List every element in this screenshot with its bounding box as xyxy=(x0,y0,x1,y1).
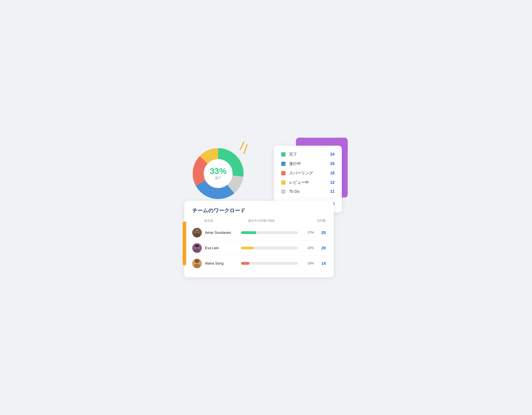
workload-row-eva: Eva Lien 22% 20 xyxy=(192,241,326,256)
legend-label-review: レビュー中 xyxy=(289,180,330,185)
name-amar: Amar Sundaram xyxy=(205,231,241,235)
pct-alana: 15% xyxy=(302,261,314,265)
progress-bar-amar xyxy=(241,231,298,234)
svg-point-23 xyxy=(196,262,196,263)
legend-dot-sparring xyxy=(281,171,285,175)
progress-fill-eva xyxy=(241,247,253,249)
name-eva: Eva Lien xyxy=(205,246,241,250)
spark-decoration xyxy=(238,142,250,160)
legend-dot-review xyxy=(281,180,285,185)
donut-center-label: 33% 完了 xyxy=(210,167,227,180)
legend-item-shinkochuu: 進行中 25 xyxy=(281,161,335,166)
svg-point-18 xyxy=(198,247,198,248)
svg-point-11 xyxy=(196,231,197,232)
legend-value-sparring: 18 xyxy=(330,171,335,175)
count-alana: 14 xyxy=(318,261,326,266)
legend-label-kanryo: 完了 xyxy=(289,152,330,157)
svg-point-16 xyxy=(195,244,199,248)
legend-item-review: レビュー中 12 xyxy=(281,180,335,185)
avatar-alana xyxy=(192,259,202,268)
svg-point-22 xyxy=(195,259,200,263)
legend-label-todo: To Do xyxy=(289,189,330,194)
legend-item-sparring: スパーリング 18 xyxy=(281,170,335,176)
count-amar: 25 xyxy=(318,231,326,235)
legend-value-kanryo: 24 xyxy=(330,152,335,157)
avatar-amar-face xyxy=(192,228,202,237)
progress-fill-alana xyxy=(241,262,249,265)
legend-label-shinkochuu: 進行中 xyxy=(289,161,330,166)
legend-dot-kanryo xyxy=(281,152,285,157)
workload-title: チームのワークロード xyxy=(192,207,326,214)
workload-row-alana: Alana Song 15% 14 xyxy=(192,256,326,271)
progress-bar-alana xyxy=(241,262,298,265)
svg-line-0 xyxy=(240,142,244,150)
legend-item-kanryo: 完了 24 xyxy=(281,152,335,157)
legend-label-sparring: スパーリング xyxy=(289,170,330,176)
count-eva: 20 xyxy=(318,246,326,251)
legend-item-todo: To Do 11 xyxy=(281,189,335,194)
legend-dot-shinkochuu xyxy=(281,162,285,166)
header-assignee: 担当者 xyxy=(204,219,248,223)
workload-card: チームのワークロード 担当者 進行中の作業の割合 項目数 xyxy=(184,201,334,277)
workload-row-amar: Amar Sundaram 27% 25 xyxy=(192,225,326,241)
legend-value-review: 12 xyxy=(330,180,335,185)
svg-point-17 xyxy=(196,247,196,248)
legend-value-shinkochuu: 25 xyxy=(330,161,335,166)
legend-value-todo: 11 xyxy=(330,189,335,194)
svg-line-1 xyxy=(244,145,247,154)
pct-eva: 22% xyxy=(302,246,314,250)
progress-bar-eva xyxy=(241,247,298,249)
svg-point-24 xyxy=(198,262,198,263)
progress-fill-amar xyxy=(241,231,256,234)
donut-completed-label: 完了 xyxy=(210,176,227,180)
donut-percent: 33% xyxy=(210,167,227,175)
header-count: 項目数 xyxy=(310,219,326,223)
svg-point-12 xyxy=(198,231,199,232)
pct-amar: 27% xyxy=(302,231,314,234)
dashboard-scene: 33% 完了 完了 24 進行中 25 スパーリング 18 レビュー中 12 T xyxy=(184,138,348,277)
legend-dot-todo xyxy=(281,189,285,194)
workload-table-header: 担当者 進行中の作業の割合 項目数 xyxy=(192,219,326,223)
header-progress: 進行中の作業の割合 xyxy=(248,219,310,223)
orange-accent-bar xyxy=(183,222,186,265)
avatar-amar xyxy=(192,228,202,237)
name-alana: Alana Song xyxy=(205,261,241,266)
avatar-eva xyxy=(192,243,202,253)
